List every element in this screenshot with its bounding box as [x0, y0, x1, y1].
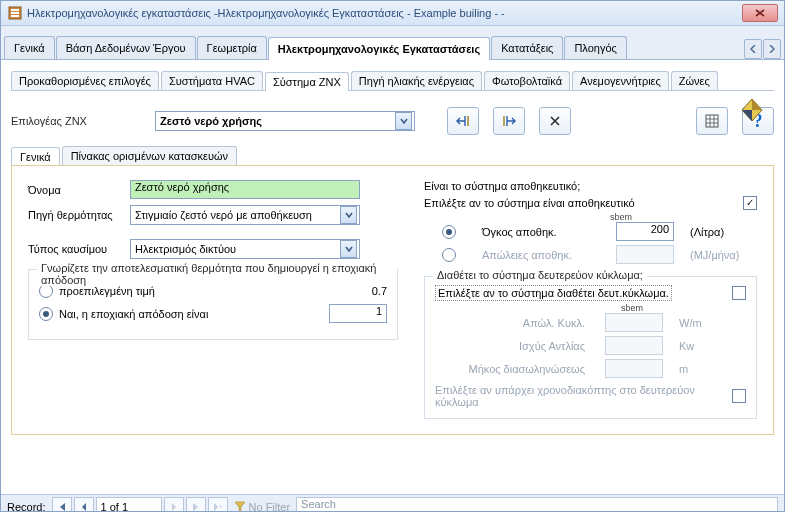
logo-icon	[738, 96, 766, 124]
znx-select[interactable]: Ζεστό νερό χρήσης	[155, 111, 415, 131]
close-button[interactable]	[742, 4, 778, 22]
subtab-pv[interactable]: Φωτοβολταϊκά	[484, 71, 570, 90]
secondary-hint: Επιλέξτε αν το σύστημα διαθέτει δευτ.κύκ…	[435, 285, 672, 301]
inner-tabs: Γενικά Πίνακας ορισμένων κατασκευών	[11, 143, 774, 165]
timer-hint: Επιλέξτε αν υπάρχει χρονοδιακόπτης στο δ…	[435, 384, 726, 408]
form-panel: Όνομα Ζεστό νερό χρήσης Πηγή θερμότητας …	[11, 165, 774, 435]
svg-rect-8	[503, 116, 505, 126]
app-icon	[7, 5, 23, 21]
sbem-label: sbem	[592, 212, 650, 222]
tabs-scroll-right[interactable]	[763, 39, 781, 59]
secondary-question: Διαθέτει το σύστημα δευτερεύον κύκλωμα;	[433, 269, 647, 281]
storage-loss-label: Απώλειες αποθηκ.	[482, 249, 610, 261]
znx-select-value: Ζεστό νερό χρήσης	[160, 115, 262, 127]
tab-navigator[interactable]: Πλοηγός	[564, 36, 626, 59]
record-position[interactable]: 1 of 1	[96, 497, 162, 512]
svg-rect-3	[11, 15, 19, 17]
pipe-len-input[interactable]	[605, 359, 663, 378]
pump-unit: Kw	[679, 340, 694, 352]
subtab-znx[interactable]: Σύστημα ZNX	[265, 72, 349, 91]
storage-question: Είναι το σύστημα αποθηκευτικό;	[424, 180, 757, 192]
storage-checkbox[interactable]	[743, 196, 757, 210]
tab-geometry[interactable]: Γεωμετρία	[197, 36, 267, 59]
storage-radio-losses[interactable]	[442, 248, 456, 262]
record-last[interactable]	[186, 497, 206, 512]
record-new[interactable]: *	[208, 497, 228, 512]
radio-default[interactable]	[39, 284, 53, 298]
tab-general[interactable]: Γενικά	[4, 36, 55, 59]
grid-button[interactable]	[696, 107, 728, 135]
window-title: Ηλεκτρομηχανολογικές εγκαταστάσεις -Ηλεκ…	[27, 7, 505, 19]
svg-rect-7	[467, 116, 469, 126]
secondary-checkbox[interactable]	[732, 286, 746, 300]
titlebar: Ηλεκτρομηχανολογικές εγκαταστάσεις -Ηλεκ…	[1, 1, 784, 26]
svg-text:*: *	[219, 503, 222, 511]
storage-radio-volume[interactable]	[442, 225, 456, 239]
name-label: Όνομα	[28, 184, 130, 196]
tab-project-db[interactable]: Βάση Δεδομένων Έργου	[56, 36, 196, 59]
name-input[interactable]: Ζεστό νερό χρήσης	[130, 180, 360, 199]
storage-vol-label: Όγκος αποθηκ.	[482, 226, 610, 238]
record-first[interactable]	[52, 497, 72, 512]
delete-button[interactable]	[539, 107, 571, 135]
circ-loss-label: Απώλ. Κυκλ.	[435, 317, 585, 329]
pipe-len-unit: m	[679, 363, 688, 375]
sub-tabs: Προκαθορισμένες επιλογές Συστήματα HVAC …	[11, 68, 774, 91]
search-input[interactable]: Search	[296, 497, 778, 512]
innertab-general[interactable]: Γενικά	[11, 147, 60, 166]
subtab-defaults[interactable]: Προκαθορισμένες επιλογές	[11, 71, 159, 90]
record-next[interactable]	[164, 497, 184, 512]
storage-vol-unit: (Λίτρα)	[690, 226, 724, 238]
dropdown-icon	[340, 240, 357, 258]
record-label: Record:	[7, 501, 46, 512]
storage-vol-input[interactable]: 200	[616, 222, 674, 241]
insert-left-button[interactable]	[447, 107, 479, 135]
subtab-zones[interactable]: Ζώνες	[671, 71, 718, 90]
tab-hvac[interactable]: Ηλεκτρομηχανολογικές Εγκαταστάσεις	[268, 37, 490, 60]
dropdown-icon	[395, 112, 412, 130]
fuel-type-label: Τύπος καυσίμου	[28, 243, 130, 255]
svg-rect-1	[11, 9, 19, 11]
no-filter-label[interactable]: No Filter	[249, 501, 291, 512]
storage-loss-input[interactable]	[616, 245, 674, 264]
timer-checkbox[interactable]	[732, 389, 746, 403]
pump-input[interactable]	[605, 336, 663, 355]
storage-loss-unit: (MJ/μήνα)	[690, 249, 739, 261]
sbem-label-2: sbem	[603, 303, 661, 313]
subtab-hvac-systems[interactable]: Συστήματα HVAC	[161, 71, 263, 90]
pump-label: Ισχύς Αντλίας	[435, 340, 585, 352]
heat-source-value: Στιγμιαίο ζεστό νερό με αποθήκευση	[135, 209, 312, 221]
svg-rect-9	[706, 115, 718, 127]
insert-right-button[interactable]	[493, 107, 525, 135]
radio-default-value: 0.7	[372, 285, 387, 297]
svg-rect-2	[11, 12, 19, 14]
fuel-type-select[interactable]: Ηλεκτρισμός δικτύου	[130, 239, 360, 259]
subtab-solar[interactable]: Πηγή ηλιακής ενέργειας	[351, 71, 482, 90]
radio-yes[interactable]	[39, 307, 53, 321]
tabs-scroll-left[interactable]	[744, 39, 762, 59]
znx-options-label: Επιλογέας ZNX	[11, 115, 141, 127]
record-prev[interactable]	[74, 497, 94, 512]
main-tabs: Γενικά Βάση Δεδομένων Έργου Γεωμετρία Ηλ…	[1, 26, 784, 60]
circ-loss-unit: W/m	[679, 317, 702, 329]
dropdown-icon	[340, 206, 357, 224]
radio-yes-label: Ναι, η εποχιακή απόδοση είναι	[59, 308, 208, 320]
efficiency-group-title: Γνωρίζετε την αποτελεσματική θερμότητα π…	[37, 262, 397, 286]
subtab-wind[interactable]: Ανεμογεννήτριες	[572, 71, 669, 90]
innertab-table[interactable]: Πίνακας ορισμένων κατασκευών	[62, 146, 237, 165]
seasonal-eff-input[interactable]: 1	[329, 304, 387, 323]
storage-hint: Επιλέξτε αν το σύστημα είναι αποθηκευτικ…	[424, 197, 635, 209]
pipe-len-label: Μήκος διασωληνώσεως	[435, 363, 585, 375]
fuel-type-value: Ηλεκτρισμός δικτύου	[135, 243, 236, 255]
heat-source-select[interactable]: Στιγμιαίο ζεστό νερό με αποθήκευση	[130, 205, 360, 225]
tab-classifications[interactable]: Κατατάξεις	[491, 36, 563, 59]
heat-source-label: Πηγή θερμότητας	[28, 209, 130, 221]
circ-loss-input[interactable]	[605, 313, 663, 332]
radio-default-label: προεπιλεγμένη τιμή	[59, 285, 155, 297]
filter-icon	[234, 501, 246, 512]
